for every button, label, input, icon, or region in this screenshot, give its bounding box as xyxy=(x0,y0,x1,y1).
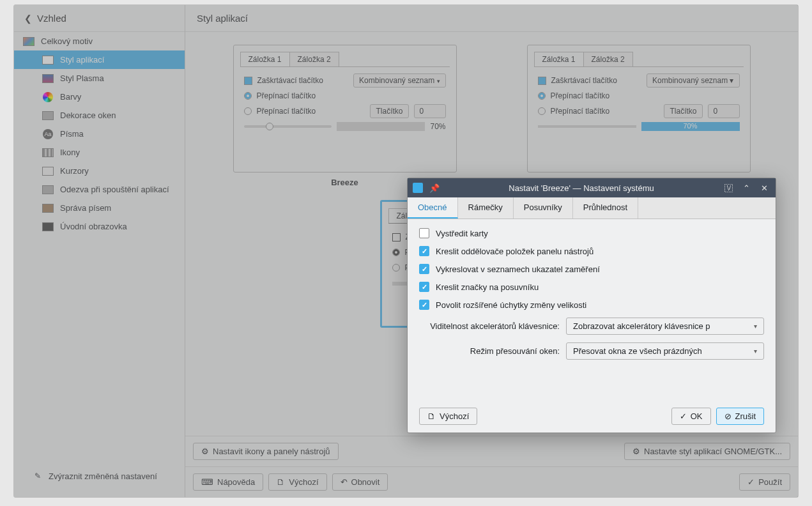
close-button[interactable]: ✕ xyxy=(758,181,770,194)
accelerator-label: Viditelnost akcelerátorů klávesnice: xyxy=(419,321,560,331)
tab-obecne[interactable]: Obecné xyxy=(408,197,458,218)
window-drag-label: Režim přesouvání oken: xyxy=(419,346,560,356)
dialog-title: Nastavit 'Breeze' — Nastavení systému xyxy=(446,183,717,193)
pin-icon[interactable]: 📌 xyxy=(428,181,441,194)
tab-pruhlednost[interactable]: Průhlednost xyxy=(573,197,638,218)
chevron-down-icon: ▾ xyxy=(754,348,757,355)
minimize-button[interactable]: 🇻 xyxy=(722,181,735,194)
option-center-tabs[interactable]: Vystředit karty xyxy=(419,228,764,238)
cancel-icon: ⊘ xyxy=(724,411,732,421)
defaults-icon: 🗋 xyxy=(427,411,436,421)
tab-ramecky[interactable]: Rámečky xyxy=(458,197,514,218)
maximize-button[interactable]: ⌃ xyxy=(740,181,753,194)
tab-posuvniky[interactable]: Posuvníky xyxy=(514,197,573,218)
dialog-ok-button[interactable]: ✓OK xyxy=(671,408,711,425)
option-resize-grips[interactable]: Povolit rozšířené úchytky změny velikost… xyxy=(419,300,764,310)
option-focus-indicator[interactable]: Vykreslovat v seznamech ukazatel zaměřen… xyxy=(419,264,764,274)
app-icon xyxy=(413,183,423,193)
check-icon: ✓ xyxy=(680,411,687,421)
accelerator-select[interactable]: Zobrazovat akcelerátory klávesnice p▾ xyxy=(566,318,764,335)
option-toolbar-separators[interactable]: Kreslit oddělovače položek panelu nástro… xyxy=(419,246,764,256)
option-slider-ticks[interactable]: Kreslit značky na posuvníku xyxy=(419,282,764,292)
window-drag-select[interactable]: Přesovat okna ze všech prázdných▾ xyxy=(566,342,764,360)
chevron-down-icon: ▾ xyxy=(754,323,757,330)
configure-breeze-dialog: 📌 Nastavit 'Breeze' — Nastavení systému … xyxy=(407,178,776,433)
dialog-cancel-button[interactable]: ⊘Zrušit xyxy=(716,408,765,425)
dialog-defaults-button[interactable]: 🗋Výchozí xyxy=(419,408,477,425)
